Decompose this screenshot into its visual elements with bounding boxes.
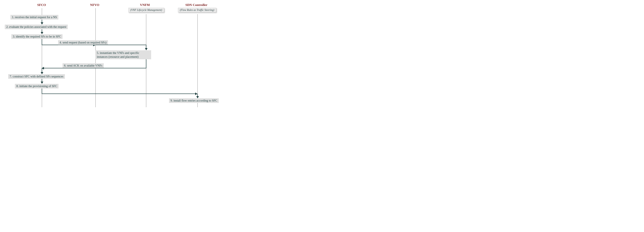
lane-subheader-sdn: (Flow Rules as Traffic Steering)	[178, 8, 216, 12]
lane-header-nfvo: NFVO	[90, 3, 99, 7]
arrow-3-v	[42, 39, 42, 45]
step-1: 1. receives the initial request for a NS	[10, 15, 58, 20]
lane-header-vnfm: VNFM	[140, 3, 150, 7]
step-8: 8. initiate the provisioning of SFC	[15, 84, 58, 88]
step-2: 2. evaluate the policies associated with…	[5, 24, 68, 29]
lane-header-sfco: SFCO	[37, 3, 46, 7]
arrow-9-down	[197, 94, 198, 98]
arrow-5-down	[146, 45, 146, 50]
step-6: 6. send ACK on available VNFs	[62, 63, 104, 68]
sequence-diagram: SFCO NFVO VNFM SDN Controller (VNF Lifec…	[3, 3, 286, 107]
step-5: 5. instantiate the VNFs and specific ins…	[95, 50, 151, 59]
arrow-1-2	[42, 20, 42, 24]
lane-header-sdn: SDN Controller	[186, 3, 208, 7]
arrow-6-v	[146, 59, 146, 68]
arrow-6-7	[42, 68, 42, 74]
step-9: 9. install flow entries according to SFC	[169, 98, 219, 103]
step-3: 3. identify the required SFs to be in SF…	[11, 34, 62, 39]
arrow-2-3	[42, 29, 42, 34]
arrow-8-h	[42, 94, 197, 94]
step-4: 4. send request (based on required SFs)	[58, 40, 108, 45]
arrow-nfvo-vnfm	[95, 45, 146, 45]
arrow-7-8	[42, 79, 42, 84]
lane-subheader-vnfm: (VNF Lifecycle Management)	[128, 8, 164, 12]
arrow-8-v	[42, 88, 42, 94]
step-7: 7. construct SFC with defined SFs sequen…	[8, 74, 65, 79]
lifeline-sdn	[197, 14, 198, 107]
arrow-6-h	[42, 68, 146, 68]
